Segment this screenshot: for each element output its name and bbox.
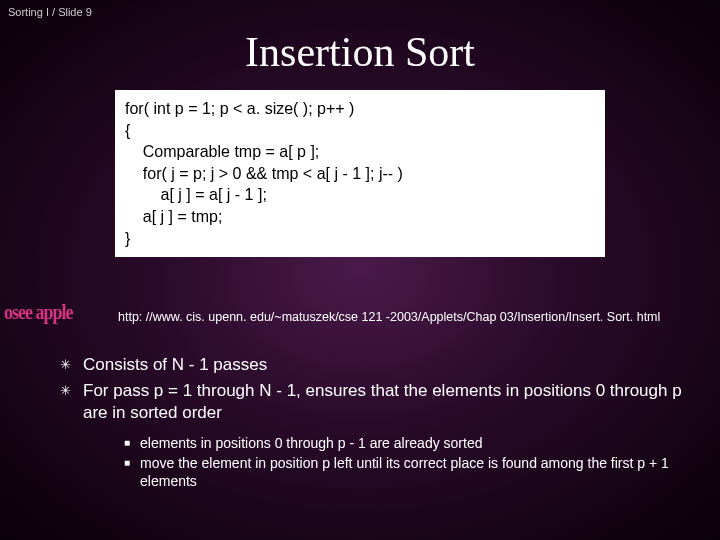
- bullet-item: ✳ For pass p = 1 through N - 1, ensures …: [60, 380, 690, 424]
- slide-title: Insertion Sort: [0, 28, 720, 76]
- sub-bullet-marker-icon: ■: [124, 454, 130, 472]
- wordart-label: osee apple: [4, 300, 73, 325]
- sub-bullet-item: ■ move the element in position p left un…: [124, 454, 690, 490]
- bullet-marker-icon: ✳: [60, 354, 71, 376]
- sub-bullet-text: elements in positions 0 through p - 1 ar…: [140, 434, 482, 452]
- sub-bullet-item: ■ elements in positions 0 through p - 1 …: [124, 434, 690, 452]
- bullet-text: For pass p = 1 through N - 1, ensures th…: [83, 380, 690, 424]
- sub-bullet-text: move the element in position p left unti…: [140, 454, 690, 490]
- bullet-marker-icon: ✳: [60, 380, 71, 402]
- bullet-item: ✳ Consists of N - 1 passes: [60, 354, 690, 376]
- bullet-text: Consists of N - 1 passes: [83, 354, 267, 376]
- reference-url: http: //www. cis. upenn. edu/~matuszek/c…: [118, 310, 660, 324]
- sub-bullet-marker-icon: ■: [124, 434, 130, 452]
- sub-bullet-list: ■ elements in positions 0 through p - 1 …: [124, 434, 690, 490]
- slide-header: Sorting I / Slide 9: [8, 6, 92, 18]
- code-block: for( int p = 1; p < a. size( ); p++ ) { …: [115, 90, 605, 257]
- bullet-list: ✳ Consists of N - 1 passes ✳ For pass p …: [60, 354, 690, 492]
